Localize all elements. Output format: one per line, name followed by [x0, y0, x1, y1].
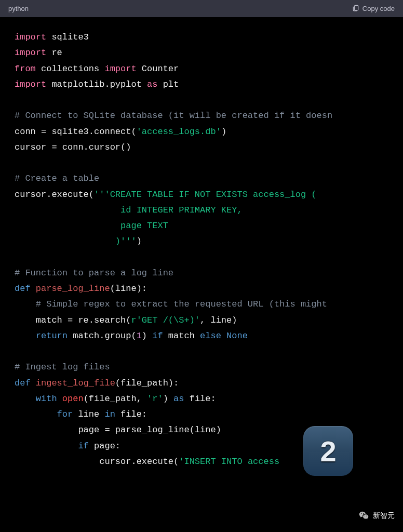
code-text: cursor = conn.cursor() [15, 142, 131, 152]
string-literal: 'r' [147, 394, 163, 404]
code-text: Counter [142, 64, 179, 74]
code-text: ) [142, 331, 152, 341]
code-text: ) [163, 394, 173, 404]
string-literal: '''CREATE TABLE IF NOT EXISTS access_log… [94, 190, 316, 200]
comment: # Create a table [15, 174, 99, 183]
keyword-import: import [104, 64, 136, 74]
function-name: parse_log_line [36, 284, 110, 294]
function-name: ingest_log_file [36, 378, 115, 388]
code-text: match = re.search( [15, 315, 131, 325]
code-text: match [163, 331, 200, 341]
keyword-from: from [15, 64, 36, 74]
keyword-none: None [221, 331, 248, 341]
code-text: (file_path, [84, 394, 147, 404]
number-literal: 1 [137, 331, 142, 341]
comment: # Simple regex to extract the requested … [15, 299, 332, 309]
code-text: cursor.execute( [15, 190, 94, 200]
code-text: cursor.execute( [15, 457, 179, 467]
keyword-import: import [15, 32, 46, 42]
keyword-if: if [152, 331, 163, 341]
code-text: re [51, 48, 62, 58]
code-text: page: [89, 441, 120, 451]
comment: # Connect to SQLite database (it will be… [15, 111, 332, 121]
string-literal: 'access_logs.db' [137, 127, 221, 137]
code-text: sqlite3 [51, 32, 88, 42]
watermark: 新智元 [358, 510, 395, 522]
keyword-in: in [104, 409, 115, 419]
string-literal: 'INSERT INTO access [179, 457, 279, 467]
code-text: ) [137, 236, 142, 246]
comment: # Function to parse a log line [15, 268, 173, 278]
copy-code-button[interactable]: Copy code [352, 4, 395, 13]
code-text: , line) [200, 315, 237, 325]
code-text: match.group( [68, 331, 137, 341]
keyword-with: with [15, 394, 57, 404]
keyword-def: def [15, 284, 31, 294]
builtin-open: open [62, 394, 84, 404]
keyword-import: import [15, 79, 46, 89]
code-text [57, 394, 62, 404]
code-text: (line): [110, 284, 147, 294]
code-text: file: [115, 409, 147, 419]
code-block-header: python Copy code [0, 0, 403, 17]
code-text: (file_path): [115, 378, 179, 388]
badge-number: 2 [320, 434, 336, 468]
keyword-else: else [200, 331, 221, 341]
code-block-body: import sqlite3 import re from collection… [0, 17, 403, 482]
number-badge-icon: 2 [303, 426, 353, 476]
string-literal: id INTEGER PRIMARY KEY, [15, 205, 243, 215]
language-label: python [8, 5, 29, 12]
keyword-if: if [15, 441, 89, 451]
code-text: ) [221, 127, 226, 137]
code-text: file: [184, 394, 216, 404]
string-literal: )''' [15, 236, 137, 246]
code-text: plt [163, 79, 179, 89]
code-text: matplotlib.pyplot [51, 79, 141, 89]
code-text: collections [41, 64, 99, 74]
code-text: page = parse_log_line(line) [15, 425, 221, 435]
keyword-def: def [15, 378, 31, 388]
comment: # Ingest log files [15, 362, 110, 372]
watermark-label: 新智元 [373, 511, 395, 521]
copy-code-label: Copy code [362, 5, 395, 12]
keyword-return: return [15, 331, 68, 341]
keyword-as: as [147, 79, 157, 89]
clipboard-icon [352, 4, 359, 13]
keyword-as: as [173, 394, 184, 404]
svg-rect-0 [355, 5, 358, 10]
string-literal: page TEXT [15, 221, 168, 231]
string-literal: r'GET /(\S+)' [131, 315, 200, 325]
code-text: conn = sqlite3.connect( [15, 127, 137, 137]
code-text: line [73, 409, 104, 419]
keyword-import: import [15, 48, 46, 58]
wechat-icon [358, 510, 370, 522]
keyword-for: for [15, 409, 73, 419]
